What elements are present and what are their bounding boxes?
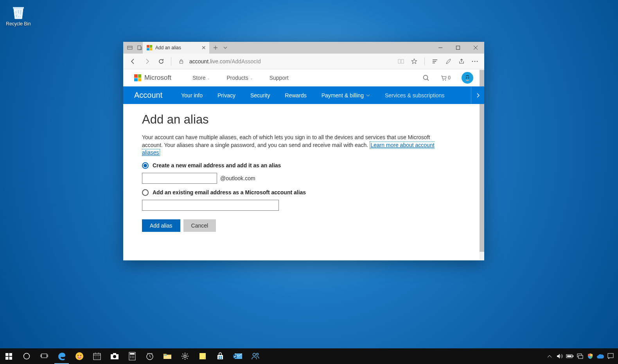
svg-rect-59 <box>578 355 583 359</box>
svg-point-27 <box>80 355 81 356</box>
option-create-new-label: Create a new email address and add it as… <box>153 162 281 169</box>
taskbar-mail[interactable] <box>229 348 246 364</box>
clock-icon <box>146 352 154 360</box>
tray-volume-icon[interactable] <box>555 348 565 364</box>
svg-rect-60 <box>608 353 613 358</box>
taskbar-alarms[interactable] <box>141 348 158 364</box>
subnav-your-info[interactable]: Your info <box>181 92 203 99</box>
hub-icon[interactable] <box>432 58 438 65</box>
taskbar-camera[interactable] <box>106 348 123 364</box>
svg-point-8 <box>477 61 478 62</box>
note-icon <box>199 352 207 360</box>
taskbar-edge[interactable] <box>53 348 70 364</box>
set-aside-tabs-icon[interactable] <box>137 45 143 50</box>
microsoft-brand-text: Microsoft <box>144 74 171 82</box>
taskbar-explorer[interactable] <box>158 348 176 364</box>
svg-rect-22 <box>41 354 47 358</box>
svg-point-36 <box>130 356 131 357</box>
taskbar-sticky-notes[interactable] <box>194 348 211 364</box>
search-icon[interactable] <box>423 75 429 81</box>
browser-tab[interactable]: Add an alias ✕ <box>143 42 209 54</box>
header-link-store[interactable]: Store⌄ <box>192 75 210 81</box>
svg-rect-3 <box>180 61 183 63</box>
people-icon <box>251 352 260 360</box>
cart-count: 0 <box>448 75 451 81</box>
notes-icon[interactable] <box>445 58 451 65</box>
start-button[interactable] <box>0 348 18 364</box>
svg-point-26 <box>77 355 79 356</box>
subnav-services[interactable]: Services & subscriptions <box>385 92 445 99</box>
new-alias-input[interactable] <box>142 173 217 184</box>
account-subnav: Account Your info Privacy Security Rewar… <box>123 86 484 104</box>
cart-icon <box>440 75 447 81</box>
action-center-icon[interactable] <box>605 348 616 364</box>
tray-network-icon[interactable] <box>575 348 585 364</box>
svg-point-29 <box>78 357 81 357</box>
taskbar-store[interactable] <box>211 348 229 364</box>
url-path: live.com <box>210 58 230 65</box>
tab-preview-icon[interactable] <box>127 45 133 50</box>
address-bar[interactable]: account.live.com/AddAssocId <box>189 58 395 65</box>
page-title: Add an alias <box>142 113 452 127</box>
taskbar-app-1[interactable] <box>70 348 88 364</box>
minimize-button[interactable] <box>431 42 449 54</box>
share-icon[interactable] <box>458 58 465 65</box>
tray-chevron-up-icon[interactable] <box>544 348 555 364</box>
favorite-icon[interactable] <box>411 58 417 65</box>
more-icon[interactable] <box>472 61 478 62</box>
subnav-brand[interactable]: Account <box>134 91 162 100</box>
header-link-support[interactable]: Support <box>269 75 289 81</box>
svg-point-45 <box>184 355 186 357</box>
subnav-rewards[interactable]: Rewards <box>285 92 307 99</box>
tray-onedrive-icon[interactable] <box>595 348 605 364</box>
close-button[interactable] <box>467 42 484 54</box>
svg-point-53 <box>253 353 255 356</box>
back-button[interactable] <box>127 56 139 67</box>
svg-point-16 <box>468 77 469 78</box>
taskbar-people[interactable] <box>246 348 264 364</box>
taskbar-calculator[interactable] <box>123 348 141 364</box>
option-existing[interactable]: Add an existing email address as a Micro… <box>142 189 452 196</box>
svg-rect-49 <box>219 358 220 359</box>
option-create-new[interactable]: Create a new email address and add it as… <box>142 162 452 169</box>
forward-button[interactable] <box>141 56 153 67</box>
svg-point-54 <box>256 353 258 355</box>
tab-actions-icon[interactable] <box>223 46 227 50</box>
subnav-privacy[interactable]: Privacy <box>217 92 235 99</box>
svg-rect-18 <box>9 353 13 356</box>
recycle-bin-label: Recycle Bin <box>6 21 31 27</box>
emoji-icon <box>75 352 84 360</box>
microsoft-logo-icon <box>134 74 141 81</box>
svg-point-14 <box>468 77 469 78</box>
subnav-security[interactable]: Security <box>250 92 270 99</box>
cart-button[interactable]: 0 <box>440 75 451 81</box>
camera-icon <box>110 353 119 360</box>
subnav-scroll-right[interactable] <box>471 86 484 104</box>
svg-rect-35 <box>130 353 135 355</box>
microsoft-logo[interactable]: Microsoft <box>134 74 171 82</box>
tray-battery-icon[interactable] <box>565 348 575 364</box>
tray-defender-icon[interactable] <box>585 348 595 364</box>
desktop-icon-recycle-bin[interactable]: Recycle Bin <box>5 5 32 27</box>
avatar[interactable] <box>462 72 473 84</box>
existing-email-input[interactable] <box>142 200 279 211</box>
tab-close-icon[interactable]: ✕ <box>201 45 206 51</box>
task-view-button[interactable] <box>35 348 53 364</box>
lock-icon[interactable] <box>175 56 187 67</box>
new-tab-icon[interactable] <box>213 45 218 50</box>
cancel-button[interactable]: Cancel <box>183 219 216 232</box>
svg-rect-2 <box>456 46 460 50</box>
maximize-button[interactable] <box>449 42 467 54</box>
taskbar-settings[interactable] <box>176 348 194 364</box>
reading-view-icon[interactable] <box>398 58 404 65</box>
add-alias-button[interactable]: Add alias <box>142 219 180 232</box>
svg-point-40 <box>132 357 133 358</box>
header-link-products[interactable]: Products⌄ <box>226 75 253 81</box>
svg-point-38 <box>133 356 134 357</box>
cortana-button[interactable] <box>18 348 35 364</box>
taskbar <box>0 348 618 364</box>
subnav-payment-billing[interactable]: Payment & billing <box>322 92 370 99</box>
refresh-button[interactable] <box>155 56 167 67</box>
svg-point-7 <box>474 61 476 62</box>
taskbar-calendar[interactable] <box>88 348 106 364</box>
